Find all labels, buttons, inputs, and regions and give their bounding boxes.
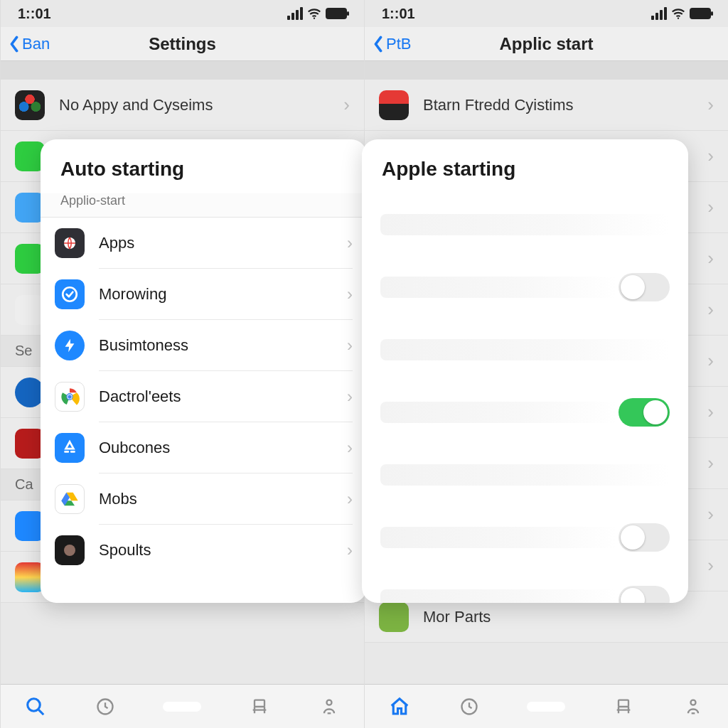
svg-point-13 bbox=[678, 18, 679, 19]
tab-home[interactable] bbox=[387, 695, 412, 719]
sheet-item-label: Dactrol'eets bbox=[99, 387, 333, 406]
sheet-item-oubcones[interactable]: Oubcones › bbox=[41, 422, 367, 473]
toggle-switch-1[interactable] bbox=[619, 398, 670, 427]
chevron-right-icon: › bbox=[347, 438, 353, 458]
modal-sheet-auto-starting: Auto starting Applio-start Apps › bbox=[41, 139, 367, 603]
svg-point-9 bbox=[28, 698, 41, 711]
back-button[interactable]: PtB bbox=[365, 35, 411, 53]
list-item-label: Mor Parts bbox=[423, 608, 714, 626]
chevron-right-icon: › bbox=[707, 94, 714, 116]
blurred-label bbox=[380, 527, 619, 548]
tab-clock[interactable] bbox=[93, 695, 117, 719]
status-bar: 1::01 bbox=[1, 0, 364, 27]
sheet-item-dactroveets[interactable]: Dactrol'eets › bbox=[41, 371, 367, 422]
tab-chair[interactable] bbox=[611, 695, 636, 719]
status-icons bbox=[287, 6, 347, 21]
app-icon bbox=[55, 279, 85, 309]
globe-icon bbox=[61, 235, 78, 252]
chevron-right-icon: › bbox=[343, 94, 350, 116]
status-bar: 1::01 bbox=[365, 0, 728, 27]
tab-search[interactable] bbox=[23, 695, 48, 719]
blurred-label bbox=[380, 589, 619, 603]
svg-point-12 bbox=[326, 700, 331, 705]
nav-header: Ban Settings bbox=[1, 27, 364, 61]
page-title: Settings bbox=[1, 34, 364, 54]
sheet-item-spoults[interactable]: Spoults › bbox=[41, 525, 367, 576]
modal-sheet-apple-starting: Apple starting bbox=[362, 139, 688, 603]
svg-point-16 bbox=[690, 700, 695, 705]
tab-bar bbox=[1, 684, 364, 728]
appstore-icon bbox=[60, 439, 79, 457]
cellular-icon bbox=[287, 7, 303, 20]
person-icon bbox=[683, 697, 703, 717]
page-title: Applic start bbox=[365, 34, 728, 54]
toggle-switch-2[interactable] bbox=[619, 523, 670, 552]
sheet-item-apps[interactable]: Apps › bbox=[41, 218, 367, 269]
shield-icon bbox=[60, 285, 79, 304]
sheet-item-label: Mobs bbox=[99, 490, 333, 508]
nav-header: PtB Applic start bbox=[365, 27, 728, 61]
svg-point-0 bbox=[314, 18, 315, 19]
tab-clock[interactable] bbox=[457, 695, 481, 719]
toggle-row bbox=[362, 318, 688, 381]
chevron-right-icon: › bbox=[347, 336, 353, 355]
svg-point-8 bbox=[64, 545, 75, 556]
chevron-right-icon: › bbox=[347, 540, 353, 560]
list-item-label: Btarn Ftredd Cyistims bbox=[423, 96, 693, 114]
chevron-right-icon: › bbox=[707, 196, 714, 218]
wifi-icon bbox=[307, 6, 321, 21]
chevron-right-icon: › bbox=[347, 284, 353, 304]
list-item[interactable]: No Appy and Cyseims › bbox=[1, 80, 364, 131]
app-icon bbox=[55, 535, 85, 565]
sheet-item-label: Oubcones bbox=[99, 439, 333, 457]
status-time: 1::01 bbox=[382, 6, 415, 22]
list-item-label: No Appy and Cyseims bbox=[59, 96, 329, 114]
app-icon bbox=[55, 433, 85, 463]
sheet-item-label: Apps bbox=[99, 234, 333, 252]
status-icons bbox=[651, 6, 711, 21]
tab-profile[interactable] bbox=[317, 695, 341, 719]
tab-profile[interactable] bbox=[681, 695, 705, 719]
battery-icon bbox=[326, 8, 347, 19]
status-time: 1::01 bbox=[18, 6, 51, 22]
chevron-left-icon bbox=[372, 36, 385, 53]
chevron-right-icon: › bbox=[707, 299, 714, 321]
sheet-item-label: Busimtoness bbox=[99, 336, 333, 355]
list-item[interactable]: Btarn Ftredd Cyistims › bbox=[365, 80, 728, 131]
chevron-right-icon: › bbox=[707, 503, 714, 525]
svg-point-7 bbox=[68, 395, 71, 398]
battery-icon bbox=[690, 8, 711, 19]
app-icon bbox=[379, 90, 409, 120]
search-icon bbox=[25, 696, 46, 717]
app-icon bbox=[55, 382, 85, 412]
app-icon bbox=[379, 602, 409, 632]
app-icon bbox=[55, 484, 85, 514]
chair-icon bbox=[614, 697, 633, 717]
wifi-icon bbox=[671, 6, 685, 21]
chevron-right-icon: › bbox=[707, 145, 714, 167]
sheet-item-morowing[interactable]: Morowing › bbox=[41, 269, 367, 320]
bolt-icon bbox=[62, 338, 77, 353]
sheet-item-label: Morowing bbox=[99, 285, 333, 304]
sheet-title: Apple starting bbox=[382, 158, 668, 181]
home-indicator bbox=[163, 702, 201, 712]
sheet-header: Auto starting bbox=[41, 139, 367, 193]
back-button[interactable]: Ban bbox=[1, 35, 50, 53]
blurred-label bbox=[380, 214, 670, 235]
sheet-item-mobs[interactable]: Mobs › bbox=[41, 473, 367, 525]
chevron-right-icon: › bbox=[707, 555, 714, 577]
tab-chair[interactable] bbox=[247, 695, 272, 719]
toggle-switch-0[interactable] bbox=[619, 273, 670, 301]
toggle-switch-3[interactable] bbox=[619, 586, 670, 603]
toggle-row bbox=[362, 256, 688, 318]
sheet-item-busimtoness[interactable]: Busimtoness › bbox=[41, 320, 367, 371]
back-label: PtB bbox=[386, 35, 411, 53]
home-icon bbox=[389, 696, 410, 717]
toggle-row bbox=[362, 506, 688, 569]
svg-rect-11 bbox=[255, 700, 264, 706]
phone-left: 1::01 Ban Settings No Appy and Cyseims › bbox=[0, 0, 364, 728]
chevron-right-icon: › bbox=[347, 489, 353, 509]
app-icon bbox=[55, 228, 85, 258]
blurred-label bbox=[380, 277, 619, 298]
sheet-item-label: Spoults bbox=[99, 541, 333, 560]
